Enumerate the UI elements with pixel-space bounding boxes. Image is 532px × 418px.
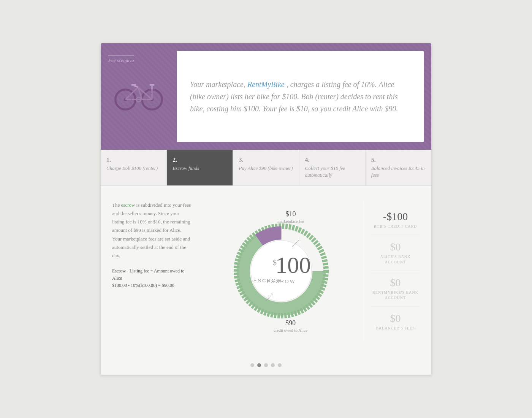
top-section: Fee scenario xyxy=(101,43,431,150)
step-2[interactable]: 2. Escrow funds xyxy=(167,150,233,185)
stat-alice-label: ALICE'S BANK ACCOUNT xyxy=(371,254,420,265)
stats-section: -$100 BOB'S CREDIT CARD $0 ALICE'S BANK … xyxy=(363,201,420,340)
formula-line2: $100.00 - 10%($100.00) = $90.00 xyxy=(112,282,192,289)
bottom-sublabel: credit owed to Alice xyxy=(274,328,307,332)
bike-icon xyxy=(112,75,165,114)
step-1-number: 1. xyxy=(106,157,161,163)
bottom-amount: $90 xyxy=(285,319,296,327)
step-3-number: 3. xyxy=(239,157,293,163)
description-text: Your marketplace, RentMyBike , charges a… xyxy=(190,78,410,115)
brand-link[interactable]: RentMyBike xyxy=(247,80,285,89)
stat-bobs-card: -$100 BOB'S CREDIT CARD xyxy=(371,205,420,235)
left-panel: Fee scenario xyxy=(101,43,177,150)
stat-alice-amount: $0 xyxy=(371,241,420,253)
formula-section: Escrow - Listing fee = Amount owed to Al… xyxy=(112,268,192,290)
step-4-label: Collect your $10 fee automatically xyxy=(305,165,359,179)
stat-rentmybike-bank: $0 RENTMYBIKE'S BANK ACCOUNT xyxy=(371,271,420,307)
bike-svg xyxy=(112,75,165,113)
stat-bobs-amount: -$100 xyxy=(371,211,420,223)
description-prefix: Your marketplace, xyxy=(190,80,245,89)
svg-text:$: $ xyxy=(273,258,277,267)
dot-1[interactable] xyxy=(250,363,254,367)
step-2-label: Escrow funds xyxy=(173,165,227,172)
pagination xyxy=(101,356,431,375)
step-3-label: Pay Alice $90 (bike owner) xyxy=(239,165,293,172)
description-panel: Your marketplace, RentMyBike , charges a… xyxy=(177,51,424,142)
chart-section: $10 marketplace fee $90 credit owed to A… xyxy=(200,201,363,340)
step-5-label: Balanced invoices $3.45 in fees xyxy=(371,165,426,179)
stat-alice-bank: $0 ALICE'S BANK ACCOUNT xyxy=(371,235,420,271)
dot-4[interactable] xyxy=(271,363,275,367)
top-amount: $10 xyxy=(285,210,296,218)
main-card: Fee scenario xyxy=(101,43,431,375)
body-text: The escrow is subdivided into your fees … xyxy=(112,201,192,260)
stat-bobs-label: BOB'S CREDIT CARD xyxy=(371,224,420,229)
step-2-number: 2. xyxy=(173,157,227,163)
stat-balanced-fees: $0 BALANCED'S FEES xyxy=(371,307,420,337)
step-5[interactable]: 5. Balanced invoices $3.45 in fees xyxy=(366,150,431,185)
svg-text:100: 100 xyxy=(276,252,311,278)
escrow-link[interactable]: escrow xyxy=(121,202,135,208)
donut-chart: 100 $ ESCROW ESCROW xyxy=(232,222,331,320)
dot-3[interactable] xyxy=(264,363,268,367)
step-1-label: Charge Bob $100 (renter) xyxy=(106,165,161,172)
stat-balanced-amount: $0 xyxy=(371,312,420,325)
formula-line1: Escrow - Listing fee = Amount owed to Al… xyxy=(112,268,192,282)
step-5-number: 5. xyxy=(371,157,426,163)
step-4[interactable]: 4. Collect your $10 fee automatically xyxy=(299,150,366,185)
step-3[interactable]: 3. Pay Alice $90 (bike owner) xyxy=(233,150,299,185)
stat-balanced-label: BALANCED'S FEES xyxy=(371,326,420,331)
dot-5[interactable] xyxy=(278,363,282,367)
step-4-number: 4. xyxy=(305,157,359,163)
main-content: The escrow is subdivided into your fees … xyxy=(101,186,431,356)
bottom-label: $90 credit owed to Alice xyxy=(274,319,307,332)
stat-rentmybike-amount: $0 xyxy=(371,277,420,289)
svg-line-9 xyxy=(134,86,138,87)
fee-scenario-label: Fee scenario xyxy=(108,55,134,63)
step-1[interactable]: 1. Charge Bob $100 (renter) xyxy=(101,150,167,185)
text-section: The escrow is subdivided into your fees … xyxy=(112,201,200,340)
steps-section: 1. Charge Bob $100 (renter) 2. Escrow fu… xyxy=(101,150,431,186)
dot-2[interactable] xyxy=(257,363,261,367)
stat-rentmybike-label: RENTMYBIKE'S BANK ACCOUNT xyxy=(371,290,420,301)
svg-text:ESCROW: ESCROW xyxy=(267,279,296,284)
